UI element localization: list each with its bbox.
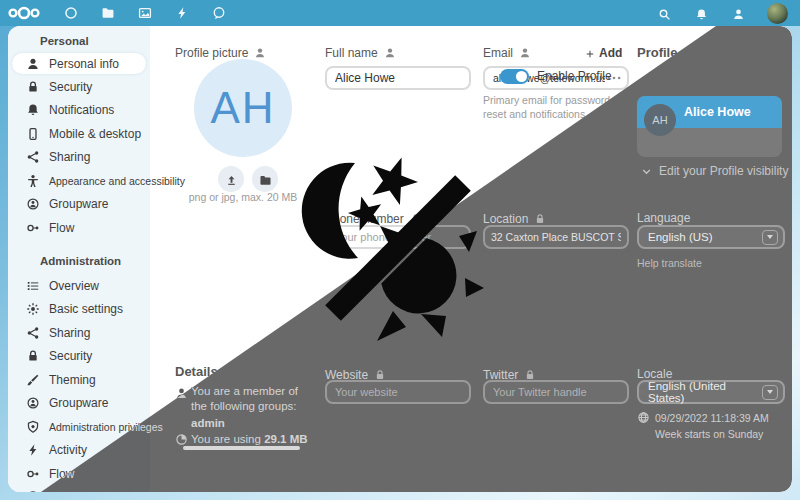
sidebar-item-admin-security[interactable]: Security [12, 346, 146, 367]
accessibility-icon [26, 174, 40, 188]
sun-ray [421, 314, 446, 337]
activity-app-icon[interactable] [175, 6, 189, 20]
person-icon [26, 57, 40, 71]
sidebar-item-notifications[interactable]: Notifications [12, 100, 146, 121]
choose-from-files-button[interactable] [252, 166, 278, 192]
scope-icon[interactable] [254, 47, 266, 59]
sidebar-section-administration: Administration [40, 255, 121, 267]
quota-progress-bar [183, 446, 300, 450]
files-app-icon[interactable] [101, 6, 115, 20]
sidebar-item-basic-settings[interactable]: Basic settings [12, 299, 146, 320]
nextcloud-settings-page: { "colors":{"header":"#3f9fc6","accent":… [0, 0, 800, 500]
sidebar-item-security[interactable]: Security [12, 76, 146, 97]
upload-icon [225, 173, 238, 186]
add-email-button[interactable]: Add [585, 46, 622, 60]
groups-text: You are a member of the following groups… [191, 384, 311, 414]
profile-picture-label: Profile picture [175, 46, 266, 60]
notifications-bell-icon[interactable] [695, 7, 708, 20]
twitter-input[interactable] [483, 380, 629, 404]
lock-scope-icon[interactable] [534, 213, 546, 225]
globe-icon [637, 410, 650, 423]
star-icon [348, 197, 381, 231]
chevron-down-icon [762, 230, 778, 245]
sidebar-item-theming[interactable]: Theming [12, 369, 146, 390]
quota-icon [175, 432, 188, 445]
sidebar-section-personal: Personal [40, 35, 89, 47]
chevron-down-icon [762, 385, 778, 400]
list-icon [26, 279, 40, 293]
search-icon[interactable] [658, 7, 671, 20]
sun-ray [465, 278, 484, 297]
photos-app-icon[interactable] [138, 6, 152, 20]
bell-icon [26, 103, 40, 117]
locale-select[interactable]: English (United States) [637, 380, 785, 404]
location-input[interactable] [483, 225, 629, 249]
sidebar-item-personal-info[interactable]: Personal info [12, 53, 146, 74]
sun-ray [459, 231, 477, 252]
top-header-bar [0, 0, 800, 26]
flow-icon [26, 467, 40, 481]
sidebar-item-flow[interactable]: Flow [12, 217, 146, 238]
language-label: Language [637, 211, 690, 225]
enable-profile-label: Enable Profile [537, 69, 612, 83]
email-label: Email [483, 46, 531, 60]
full-name-input[interactable] [325, 66, 471, 90]
language-select[interactable]: English (US) [637, 225, 785, 249]
brush-icon [26, 373, 40, 387]
mobile-icon [26, 127, 40, 141]
sidebar-item-groupware[interactable]: Groupware [12, 194, 146, 215]
enable-profile-toggle[interactable] [500, 69, 529, 84]
plus-icon [585, 48, 595, 58]
sun-ray [377, 311, 406, 341]
folder-icon [259, 173, 272, 186]
week-start-note: Week starts on Sunday [655, 427, 763, 441]
group-name: admin [191, 416, 225, 431]
sidebar-item-overview[interactable]: Overview [12, 275, 146, 296]
flow-icon [26, 221, 40, 235]
share-icon [26, 150, 40, 164]
dashboard-app-icon[interactable] [64, 6, 78, 20]
sidebar-item-mobile-desktop[interactable]: Mobile & desktop [12, 123, 146, 144]
help-translate-link[interactable]: Help translate [637, 256, 702, 270]
talk-app-icon[interactable] [212, 6, 226, 20]
contacts-icon[interactable] [732, 7, 745, 20]
gear-icon [26, 302, 40, 316]
upload-avatar-button[interactable] [218, 166, 244, 192]
avatar-hint: png or jpg, max. 20 MB [173, 190, 313, 204]
groupware-icon [26, 396, 40, 410]
lock-icon [26, 80, 40, 94]
sidebar-item-appearance[interactable]: Appearance and accessibility [12, 170, 146, 191]
sidebar-item-admin-sharing[interactable]: Sharing [12, 322, 146, 343]
quota-text: You are using 29.1 MB [191, 432, 308, 447]
bolt-icon [26, 443, 40, 457]
star-icon [372, 158, 418, 206]
sidebar-item-sharing[interactable]: Sharing [12, 147, 146, 168]
edit-profile-visibility-link[interactable]: Edit your Profile visibility [641, 164, 788, 178]
circle-icon [26, 490, 40, 493]
settings-sidebar: Personal Personal info Security Notifica… [8, 26, 150, 492]
full-name-label: Full name [325, 46, 396, 60]
profile-preview-card: AH Alice Howe [637, 96, 782, 157]
lock-icon [26, 349, 40, 363]
groupware-icon [26, 197, 40, 211]
user-avatar[interactable] [767, 3, 788, 24]
crescent-moon-icon [302, 163, 358, 259]
profile-picture-avatar[interactable]: AH [194, 59, 292, 157]
shield-icon [26, 420, 40, 434]
locale-label: Locale [637, 367, 672, 381]
sidebar-item-admin-groupware[interactable]: Groupware [12, 393, 146, 414]
scope-icon[interactable] [519, 47, 531, 59]
website-input[interactable] [325, 380, 471, 404]
scope-icon[interactable] [384, 47, 396, 59]
current-datetime: 09/29/2022 11:18:39 AM [655, 411, 769, 425]
dark-mode-slash-icon [300, 150, 495, 350]
profile-card-avatar: AH [644, 104, 676, 136]
share-icon [26, 326, 40, 340]
chevron-down-icon [641, 166, 652, 177]
nextcloud-logo-icon[interactable] [7, 4, 41, 22]
profile-card-name: Alice Howe [684, 105, 751, 119]
